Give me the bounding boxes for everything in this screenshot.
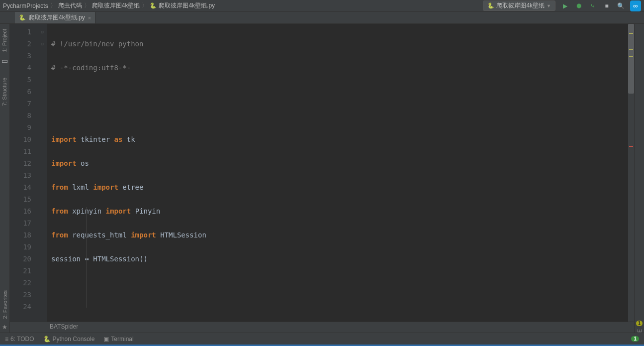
debug-button[interactable]: ⬢ <box>574 1 583 10</box>
line-num: 12 <box>12 157 31 169</box>
events-tool-button[interactable]: E <box>637 327 643 333</box>
stop-button[interactable]: ■ <box>602 1 611 10</box>
chevron-right-icon: 〉 <box>142 1 148 10</box>
crumb-folder-1[interactable]: 爬虫代码 <box>58 1 82 10</box>
line-num: 9 <box>12 121 31 133</box>
line-num: 5 <box>12 74 31 86</box>
crumb-file[interactable]: 爬取彼岸图4k壁纸.py <box>159 1 215 10</box>
python-file-icon: 🐍 <box>150 2 157 9</box>
code-crumb[interactable]: BATSpider <box>50 323 78 330</box>
python-file-icon: 🐍 <box>19 14 26 21</box>
favorites-tool-button[interactable]: 2: Favorites <box>2 287 8 322</box>
python-console-button[interactable]: 🐍 Python Console <box>43 336 95 343</box>
line-num: 10 <box>12 133 31 145</box>
editor-scrollbar[interactable] <box>628 24 634 322</box>
attach-button[interactable]: ⤷ <box>588 1 597 10</box>
chevron-down-icon: ▼ <box>547 3 551 8</box>
line-num: 18 <box>12 229 31 241</box>
folder-icon[interactable]: ▭ <box>1 57 8 65</box>
line-number-gutter: 1 2 3 4 5 6 7 8 9 10 11 12 13 14 15 16 1… <box>10 24 37 322</box>
line-num: 13 <box>12 169 31 181</box>
line-num: 11 <box>12 145 31 157</box>
fold-gutter: ⊟ ⊟ <box>37 24 47 322</box>
line-num: 1 <box>12 26 31 38</box>
line-num: 14 <box>12 181 31 193</box>
line-num: 6 <box>12 86 31 98</box>
editor-tabs: 🐍 爬取彼岸图4k壁纸.py × <box>0 12 644 24</box>
line-num: 19 <box>12 241 31 253</box>
line-num: 17 <box>12 217 31 229</box>
chevron-right-icon: 〉 <box>84 1 90 10</box>
run-config-name: 爬取彼岸图4k壁纸 <box>496 1 545 10</box>
tab-label: 爬取彼岸图4k壁纸.py <box>29 13 85 22</box>
tab-active[interactable]: 🐍 爬取彼岸图4k壁纸.py × <box>15 12 95 23</box>
line-num: 7 <box>12 98 31 110</box>
line-num: 21 <box>12 265 31 277</box>
code-editor[interactable]: # !/usr/bin/nev python # -*-coding:utf8-… <box>47 24 628 322</box>
code-crumb-trail[interactable]: BATSpider <box>10 322 634 333</box>
breadcrumb: PycharmProjects 〉 爬虫代码 〉 爬取彼岸图4k壁纸 〉 🐍 爬… <box>3 1 483 10</box>
structure-tool-button[interactable]: 7: Structure <box>1 75 7 109</box>
run-config-selector[interactable]: 🐍 爬取彼岸图4k壁纸 ▼ <box>483 0 555 11</box>
line-num: 15 <box>12 193 31 205</box>
python-icon: 🐍 <box>487 2 494 9</box>
cloud-sync-icon[interactable]: ∞ <box>630 0 641 11</box>
warning-badge[interactable]: 1 <box>636 321 643 326</box>
line-num: 16 <box>12 205 31 217</box>
line-num: 4 <box>12 62 31 74</box>
fold-icon[interactable]: ⊟ <box>37 26 47 38</box>
project-tool-button[interactable]: 1: Project <box>1 26 7 55</box>
scroll-thumb[interactable] <box>628 24 634 94</box>
line-num: 22 <box>12 277 31 289</box>
close-tab-button[interactable]: × <box>88 15 91 21</box>
star-icon: ★ <box>2 324 8 331</box>
todo-tool-button[interactable]: ≡ 6: TODO <box>5 336 34 343</box>
line-num: 23 <box>12 289 31 301</box>
event-log-badge[interactable]: 1 <box>631 336 639 342</box>
line-num: 24 <box>12 301 31 313</box>
crumb-folder-2[interactable]: 爬取彼岸图4k壁纸 <box>92 1 140 10</box>
chevron-right-icon: 〉 <box>50 1 56 10</box>
bottom-tool-bar: ≡ 6: TODO 🐍 Python Console ▣ Terminal 1 <box>0 333 644 345</box>
run-button[interactable]: ▶ <box>560 1 569 10</box>
terminal-button[interactable]: ▣ Terminal <box>103 336 133 343</box>
fold-icon[interactable]: ⊟ <box>37 38 47 50</box>
line-num: 8 <box>12 110 31 121</box>
line-num: 20 <box>12 253 31 265</box>
left-tool-strip: 1: Project ▭ 7: Structure 2: Favorites ★ <box>0 24 10 333</box>
line-num: 2 <box>12 38 31 50</box>
line-num: 3 <box>12 50 31 62</box>
crumb-root[interactable]: PycharmProjects <box>3 2 48 9</box>
search-button[interactable]: 🔍 <box>616 1 625 10</box>
right-tool-strip: 1 E <box>634 24 644 333</box>
